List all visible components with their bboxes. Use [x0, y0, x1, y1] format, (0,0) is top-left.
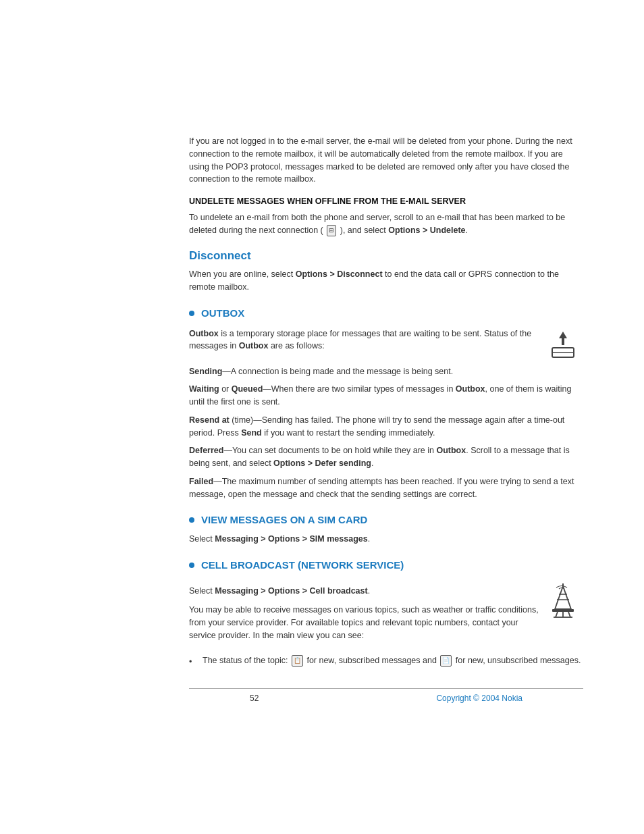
outbox-heading-text: OUTBOX	[201, 306, 244, 321]
disconnect-body-start: When you are online, select	[189, 269, 296, 279]
outbox-intro-end: are as follows:	[268, 341, 324, 350]
view-messages-body: Select Messaging > Options > SIM message…	[189, 533, 583, 546]
broadcast-tower-icon	[548, 582, 578, 619]
term-deferred-label: Deferred	[189, 446, 223, 455]
new-unsubscribed-icon: 📄	[440, 655, 452, 667]
cell-broadcast-row: Select Messaging > Options > Cell broadc…	[189, 579, 583, 649]
term-failed: Failed—The maximum number of sending att…	[189, 475, 583, 501]
outbox-icon-column	[543, 328, 583, 360]
view-messages-section: VIEW MESSAGES ON A SIM CARD Select Messa…	[189, 513, 583, 546]
svg-line-9	[568, 612, 570, 617]
svg-line-8	[556, 612, 558, 617]
footer: 52 Copyright © 2004 Nokia	[189, 688, 583, 708]
cell-broadcast-bullet-dot	[189, 563, 194, 568]
new-subscribed-icon: 📋	[292, 655, 303, 667]
cell-broadcast-select: Select Messaging > Options > Cell broadc…	[189, 585, 543, 598]
term-resend-end: if you want to restart the sending immed…	[262, 428, 435, 438]
outbox-intro-row: Outbox is a temporary storage place for …	[189, 328, 583, 360]
outbox-intro-text: Outbox is a temporary storage place for …	[189, 328, 543, 360]
cell-broadcast-options: Messaging > Options > Cell broadcast	[215, 586, 367, 596]
outbox-bullet-dot	[189, 311, 194, 316]
undelete-heading: UNDELETE MESSAGES WHEN OFFLINE FROM THE …	[189, 195, 583, 207]
term-sending-dash: —A connection is being made and the mess…	[222, 367, 453, 376]
term-resend-label: Resend at	[189, 415, 230, 425]
footer-copyright: Copyright © 2004 Nokia	[436, 693, 522, 704]
cell-broadcast-bullet-item-1: • The status of the topic: 📋 for new, su…	[189, 654, 583, 668]
term-sending: Sending—A connection is being made and t…	[189, 365, 583, 378]
term-failed-label: Failed	[189, 477, 213, 486]
outbox-tray-icon	[549, 330, 576, 360]
outbox-heading: OUTBOX	[189, 306, 583, 321]
outbox-intro-para: Outbox is a temporary storage place for …	[189, 328, 543, 353]
term-waiting: Waiting or Queued—When there are two sim…	[189, 383, 583, 409]
cell-broadcast-heading-text: CELL BROADCAST (NETWORK SERVICE)	[201, 558, 404, 573]
cell-broadcast-body: You may be able to receive messages on v…	[189, 604, 543, 642]
term-failed-text: —The maximum number of sending attempts …	[189, 477, 574, 499]
bullet-item-text: The status of the topic: 📋 for new, subs…	[203, 654, 581, 668]
view-messages-bullet-dot	[189, 517, 194, 523]
undelete-body: To undelete an e-mail from both the phon…	[189, 211, 583, 237]
term-deferred: Deferred—You can set documents to be on …	[189, 444, 583, 470]
svg-marker-0	[559, 332, 567, 345]
cell-broadcast-section: CELL BROADCAST (NETWORK SERVICE) Select …	[189, 558, 583, 668]
view-messages-body-start: Select	[189, 534, 215, 544]
cell-broadcast-heading: CELL BROADCAST (NETWORK SERVICE)	[189, 558, 583, 573]
term-or: or	[219, 384, 232, 394]
bullet-item-dot: •	[189, 654, 203, 668]
cell-broadcast-options-end: .	[368, 586, 370, 596]
cell-broadcast-icon-column	[543, 579, 583, 619]
view-messages-heading-text: VIEW MESSAGES ON A SIM CARD	[201, 513, 367, 527]
view-messages-body-end: .	[368, 534, 370, 544]
outbox-bold1: Outbox	[189, 329, 219, 338]
outbox-section: OUTBOX Outbox is a temporary storage pla…	[189, 306, 583, 501]
term-resend: Resend at (time)—Sending has failed. The…	[189, 414, 583, 440]
disconnect-heading: Disconnect	[189, 248, 583, 265]
intro-paragraph: If you are not logged in to the e-mail s…	[189, 135, 583, 186]
footer-page-number: 52	[250, 693, 259, 704]
term-deferred-text: —You can set documents to be on hold whi…	[189, 446, 570, 468]
undelete-period: .	[466, 226, 468, 235]
page: If you are not logged in to the e-mail s…	[0, 0, 644, 834]
cell-broadcast-select-start: Select	[189, 586, 215, 596]
term-queued-label: Queued	[232, 384, 263, 394]
svg-marker-3	[555, 586, 571, 609]
disconnect-options-label: Options > Disconnect	[296, 269, 383, 279]
content-area: If you are not logged in to the e-mail s…	[0, 0, 644, 749]
view-messages-heading: VIEW MESSAGES ON A SIM CARD	[189, 513, 583, 527]
delete-marker-icon: ⊟	[327, 225, 336, 237]
svg-rect-7	[552, 609, 574, 612]
undelete-options-label: Options > Undelete	[388, 226, 465, 235]
disconnect-body: When you are online, select Options > Di…	[189, 268, 583, 294]
term-sending-label: Sending	[189, 367, 222, 376]
outbox-bold2: Outbox	[239, 341, 269, 350]
term-send-bold: Send	[241, 428, 262, 438]
cell-broadcast-text: Select Messaging > Options > Cell broadc…	[189, 579, 543, 649]
undelete-body-end: ), and select	[340, 226, 386, 235]
view-messages-options: Messaging > Options > SIM messages	[215, 534, 367, 544]
term-waiting-label: Waiting	[189, 384, 219, 394]
